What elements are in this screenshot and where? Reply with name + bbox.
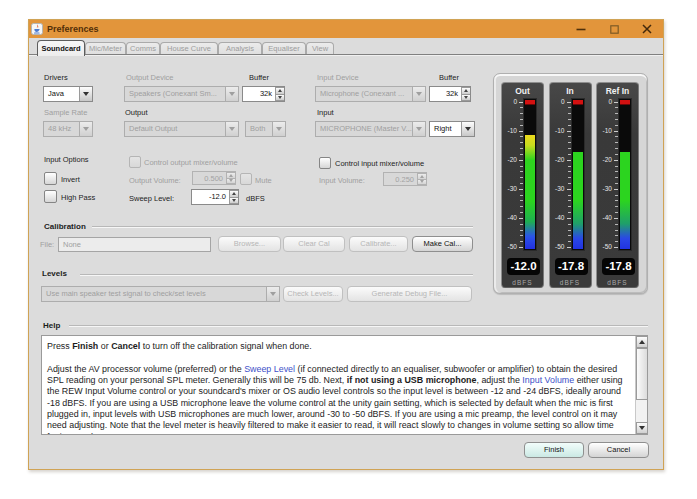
minimize-button[interactable]: [570, 20, 592, 38]
tab-equaliser[interactable]: Equaliser: [262, 42, 306, 54]
sample-rate-label: Sample Rate: [44, 108, 87, 118]
output-buffer-spinner[interactable]: 32k: [242, 86, 285, 102]
meter-scale-label: 0: [550, 98, 565, 105]
tab-analysis[interactable]: Analysis: [218, 42, 262, 54]
input-device-select-arrow-icon: [412, 87, 425, 101]
chevron-down-icon: [420, 180, 424, 183]
output-select-arrow-icon: [225, 122, 238, 136]
make-cal-button[interactable]: Make Cal...: [412, 236, 473, 252]
control-input-checkbox[interactable]: [319, 157, 331, 169]
scroll-up-button[interactable]: [636, 336, 648, 348]
meter-bar: [571, 98, 585, 251]
tab-pane-border: [29, 54, 663, 55]
close-button[interactable]: [636, 20, 658, 38]
meter-bar: [618, 98, 632, 251]
input-buffer-spinner-up-button[interactable]: [461, 87, 470, 95]
drivers-select[interactable]: Java: [43, 86, 93, 102]
chevron-up-icon: [278, 89, 282, 92]
input-buffer-spinner-down-button[interactable]: [461, 95, 470, 102]
close-icon: [642, 24, 652, 34]
chevron-down-icon: [229, 92, 235, 96]
levels-header: Levels: [42, 269, 67, 279]
meter-clip-indicator: [573, 100, 583, 104]
meter-level-fill: [620, 152, 630, 249]
meter-scale-label: -50: [502, 243, 517, 250]
maximize-icon: [610, 25, 619, 34]
control-output-checkbox: [129, 156, 141, 168]
chevron-up-icon: [420, 175, 424, 178]
input-select: MICROPHONE (Master V...: [315, 121, 426, 137]
sweep-level-spinner-down-button[interactable]: [229, 198, 238, 205]
output-volume-label: Output Volume:: [129, 176, 181, 186]
drivers-select-arrow-icon[interactable]: [79, 87, 92, 101]
scroll-thumb[interactable]: [636, 348, 648, 400]
tab-mic-meter[interactable]: Mic/Meter: [85, 42, 126, 54]
chevron-up-icon: [229, 174, 233, 177]
finish-button[interactable]: Finish: [524, 442, 584, 458]
meter-scale-label: -30: [550, 185, 565, 192]
calibration-rule: [92, 226, 473, 228]
chevron-down-icon: [276, 127, 282, 131]
sweep-level-unit: dBFS: [246, 194, 265, 204]
titlebar[interactable]: Preferences: [29, 20, 663, 38]
sweep-level-spinner-value: -12.0: [192, 190, 229, 204]
tab-comms[interactable]: Comms: [126, 42, 160, 54]
input-options-label: Input Options: [44, 155, 89, 165]
help-link[interactable]: Input Volume: [522, 375, 574, 385]
meter-scale-label: -30: [502, 185, 517, 192]
meter-out: Out0-10-20-30-40-50-12.0dBFS: [501, 82, 544, 288]
help-run: Press: [47, 341, 72, 351]
help-run: Cancel: [111, 341, 140, 351]
cancel-button[interactable]: Cancel: [588, 442, 649, 458]
help-link[interactable]: Sweep Level: [244, 364, 295, 374]
tab-soundcard[interactable]: Soundcard: [37, 40, 85, 56]
maximize-button[interactable]: [603, 20, 625, 38]
output-channel-select: Both: [245, 121, 286, 137]
input-device-select-value: Microphone (Conexant ...: [316, 87, 412, 101]
meter-title: Ref In: [597, 86, 638, 96]
tab-house-curve[interactable]: House Curve: [160, 42, 218, 54]
meter-scale-label: -10: [550, 127, 565, 134]
input-volume-spinner-buttons: [417, 173, 426, 185]
browse-button: Browse...: [218, 236, 281, 252]
high-pass-checkbox[interactable]: [44, 190, 57, 203]
input-channel-select[interactable]: Right: [429, 121, 475, 137]
help-rule: [69, 325, 648, 327]
drivers-select-value: Java: [44, 87, 79, 101]
help-scrollbar[interactable]: [635, 336, 647, 434]
output-buffer-spinner-down-button[interactable]: [275, 95, 284, 102]
sweep-level-spinner-up-button[interactable]: [229, 190, 238, 198]
meter-readout: -17.8: [555, 258, 588, 275]
window-title: Preferences: [47, 24, 99, 34]
scroll-down-icon: [639, 426, 645, 430]
cal-file-label: File:: [40, 240, 54, 250]
sample-rate-select: 48 kHz: [43, 121, 93, 137]
meter-clip-indicator: [620, 100, 630, 104]
input-channel-select-arrow-icon[interactable]: [461, 122, 474, 136]
chevron-up-icon: [232, 192, 236, 195]
output-select-value: Default Output: [125, 122, 225, 136]
chevron-down-icon: [83, 127, 89, 131]
input-buffer-spinner[interactable]: 32k: [429, 86, 471, 102]
meter-scale-label: -50: [550, 243, 565, 250]
scroll-down-button[interactable]: [636, 422, 648, 434]
meter-scale-label: -10: [597, 127, 612, 134]
input-volume-spinner-value: 0.250: [384, 173, 417, 185]
output-volume-spinner: 0.500: [192, 171, 236, 185]
output-select: Default Output: [124, 121, 239, 137]
output-buffer-spinner-buttons: [275, 87, 284, 101]
tab-view[interactable]: View: [306, 42, 334, 54]
output-buffer-spinner-up-button[interactable]: [275, 87, 284, 95]
output-device-select-arrow-icon: [225, 87, 238, 101]
meter-readout: -12.0: [507, 258, 540, 275]
input-device-select: Microphone (Conexant ...: [315, 86, 426, 102]
invert-checkbox[interactable]: [44, 172, 57, 185]
output-device-select-value: Speakers (Conexant Sm...: [125, 87, 225, 101]
mute-label: Mute: [255, 176, 272, 186]
input-buffer-spinner-value: 32k: [430, 87, 461, 101]
input-select-arrow-icon: [412, 122, 425, 136]
meter-scale-label: -20: [502, 156, 517, 163]
input-buffer-label: Buffer: [439, 73, 459, 83]
output-volume-spinner-buttons: [226, 172, 235, 184]
sweep-level-spinner[interactable]: -12.0: [191, 189, 239, 205]
